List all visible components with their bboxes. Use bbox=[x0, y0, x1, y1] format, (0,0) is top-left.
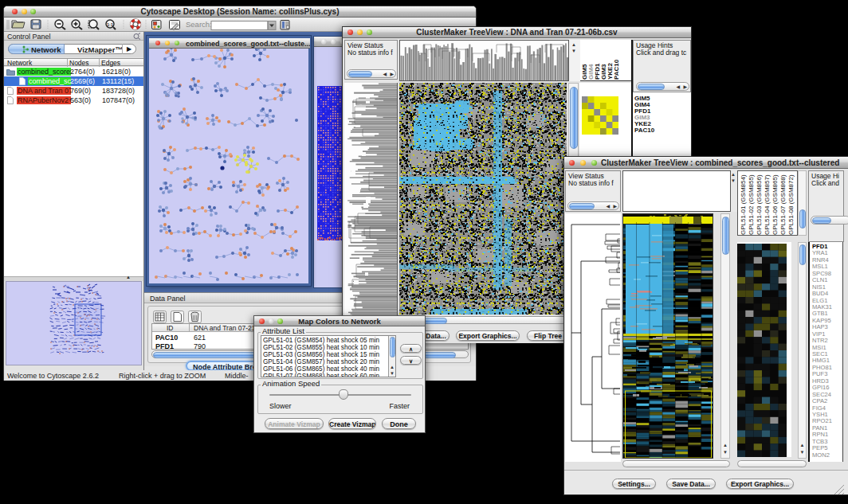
svg-text:Search:: Search: bbox=[186, 20, 212, 29]
svg-text:GPL51-07 (GSM868): GPL51-07 (GSM868) bbox=[779, 174, 787, 235]
svg-text:GPL51-06 (GSM865): GPL51-06 (GSM865) bbox=[771, 174, 779, 235]
svg-text:GPL51-02 (GSM855): GPL51-02 (GSM855) bbox=[748, 174, 755, 235]
svg-text:PAC10: PAC10 bbox=[613, 59, 620, 80]
svg-text:GPL51-03 (GSM856): GPL51-03 (GSM856) bbox=[756, 174, 763, 235]
svg-text:1:1: 1:1 bbox=[107, 22, 113, 27]
svg-text:GPL51-04 (GSM857): GPL51-04 (GSM857) bbox=[764, 174, 771, 235]
svg-text:GPL51-08 (GSM872): GPL51-08 (GSM872) bbox=[787, 174, 795, 235]
svg-text:GPL51-01 (GSM854): GPL51-01 (GSM854) bbox=[740, 174, 747, 235]
